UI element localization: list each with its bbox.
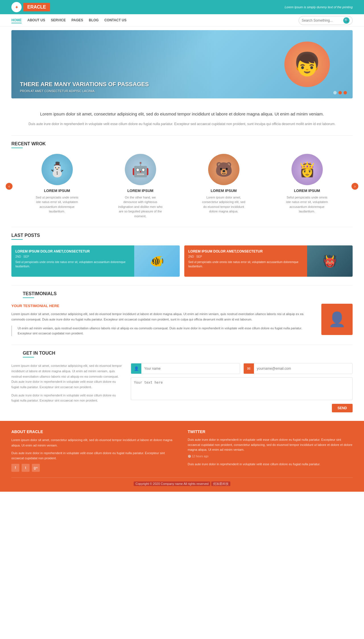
testimonial-avatar-icon: 👤	[328, 311, 346, 328]
footer-tweet-1: Duis aute irure dolor in reprehenderit i…	[188, 437, 353, 452]
testimonial-content: YOUR TESTIMONIAL HERE Lorem ipsum dolor …	[11, 304, 316, 336]
carousel-next-btn[interactable]: ›	[351, 183, 358, 190]
form-row-1: 👤 ✉	[131, 363, 353, 374]
footer-tweet-2: Duis aute irure dolor in reprehenderit i…	[188, 462, 353, 467]
footer-about-text2: Duis aute irure dolor in reprehenderit i…	[11, 450, 176, 461]
post-title-1: LOREM IPSUM DOLOR AMET,CONSECTETUR	[15, 249, 130, 253]
work-avatar-4: 👸	[291, 154, 323, 185]
testimonial-label: YOUR TESTIMONIAL HERE	[11, 304, 316, 308]
work-desc-4: Sefut perspiciatis unde omnis iste natus…	[284, 195, 330, 214]
touch-desc-1: Lorem ipsum dolor sit amet, consectetur …	[11, 363, 122, 390]
recent-work-carousel: ‹ ⛄ LOREM IPSUM Sed ut perspiciatis unde…	[0, 154, 364, 219]
work-name-3: LOREM IPSUM	[201, 189, 247, 193]
hero-dot-1[interactable]	[333, 91, 337, 94]
logo-area: ✦ ERACLE	[11, 2, 50, 12]
touch-desc-2: Duis aute irure dolor in reprehenderit i…	[11, 393, 122, 403]
post-title-2: LOREM IPSUM DOLOR AMET,CONSECTETUR	[188, 249, 303, 253]
nav-search: 🔍	[299, 16, 353, 25]
work-item-2: 🤖 LOREM IPSUM On the other hand, we deno…	[118, 154, 163, 219]
touch-form: 👤 ✉ SEND	[131, 363, 353, 412]
search-input[interactable]	[302, 18, 342, 22]
hero-dot-2[interactable]	[338, 91, 342, 94]
work-avatar-icon-1: ⛄	[48, 161, 66, 178]
nav-service[interactable]: SERVICE	[51, 18, 66, 23]
post-card-1[interactable]: LOREM IPSUM DOLOR AMET,CONSECTETUR 2ND S…	[11, 245, 180, 277]
post-image-icon-1: 🐠	[150, 255, 164, 268]
work-name-2: LOREM IPSUM	[118, 189, 163, 193]
hero-dots	[333, 91, 347, 94]
work-avatar-icon-2: 🤖	[132, 161, 149, 178]
work-desc-1: Sed ut perspiciatis unde omnis iste natu…	[34, 195, 80, 214]
hero-character: 👦	[279, 33, 336, 96]
recent-work-title: RECENT WROK	[0, 138, 364, 148]
message-textarea[interactable]	[131, 377, 353, 400]
footer-about-text1: Lorem ipsum dolor sit amet, consectetur …	[11, 437, 176, 448]
email-input-wrap: ✉	[243, 363, 353, 374]
testimonial-avatar: 👤	[321, 304, 353, 335]
tweet-time-text: 12 hours ago	[192, 455, 208, 458]
name-icon: 👤	[131, 363, 141, 374]
last-posts-section: LAST POSTS LOREM IPSUM DOLOR AMET,CONSEC…	[0, 227, 364, 285]
testimonials-inner: YOUR TESTIMONIAL HERE Lorem ipsum dolor …	[11, 304, 353, 336]
name-input[interactable]	[141, 363, 240, 374]
work-items: ⛄ LOREM IPSUM Sed ut perspiciatis unde o…	[13, 154, 351, 219]
work-name-1: LOREM IPSUM	[34, 189, 80, 193]
email-input[interactable]	[254, 363, 352, 374]
post-card-2[interactable]: LOREM IPSUM DOLOR AMET,CONSECTETUR 2ND S…	[184, 245, 353, 277]
post-content-1: LOREM IPSUM DOLOR AMET,CONSECTETUR 2ND S…	[11, 245, 134, 277]
character-emoji: 👦	[293, 51, 321, 78]
nav-home[interactable]: HOME	[11, 18, 22, 23]
work-avatar-icon-4: 👸	[298, 161, 316, 178]
touch-description: Lorem ipsum dolor sit amet, consectetur …	[11, 363, 122, 412]
logo-icon: ✦	[11, 2, 22, 12]
testimonials-section: TESTIMONIALS YOUR TESTIMONIAL HERE Lorem…	[0, 286, 364, 345]
carousel-prev-btn[interactable]: ‹	[6, 183, 13, 190]
footer-about-title: ABOUT ERACLE	[11, 429, 176, 434]
intro-sub: Duis aute irure dolor in reprehenderit i…	[23, 121, 341, 127]
hero-banner: THERE ARE MANY VARIATIONS OF PASSAGES PR…	[11, 30, 353, 98]
social-gplus[interactable]: g+	[32, 464, 40, 472]
testimonial-main-text: Lorem ipsum dolor sit amet, consectetur …	[11, 311, 316, 322]
post-content-2: LOREM IPSUM DOLOR AMET,CONSECTETUR 2ND S…	[184, 245, 307, 277]
work-avatar-icon-3: 🐻	[215, 161, 233, 178]
copyright-text: Copyright © 2020 Company name All rights…	[134, 481, 210, 486]
footer-tweet-1-time: 🕐 12 hours ago	[188, 455, 353, 458]
hero-character-visual: 👦	[284, 42, 330, 87]
nav-pages[interactable]: PAGES	[71, 18, 83, 23]
clock-icon: 🕐	[188, 455, 191, 458]
hero-subtitle: PROIN AT AMET CONSECTETUR ADIPISC LACINI…	[20, 89, 149, 93]
get-in-touch-section: GET IN TOUCH Lorem ipsum dolor sit amet,…	[0, 345, 364, 421]
social-facebook[interactable]: f	[11, 464, 19, 472]
logo-text[interactable]: ERACLE	[23, 3, 50, 11]
recent-work-section: RECENT WROK ‹ ⛄ LOREM IPSUM Sed ut persp…	[0, 136, 364, 227]
email-icon: ✉	[244, 363, 254, 374]
search-button[interactable]: 🔍	[343, 17, 349, 24]
nav-links: HOME ABOUT US SERVICE PAGES BLOG CONTACT…	[11, 18, 127, 23]
work-item-1: ⛄ LOREM IPSUM Sed ut perspiciatis unde o…	[34, 154, 80, 219]
post-date-1: 2ND SEP	[15, 255, 130, 258]
nav-contact[interactable]: CONTACT US	[104, 18, 127, 23]
post-image-2: 👹	[307, 245, 353, 277]
nav-blog[interactable]: BLOG	[89, 18, 99, 23]
testimonial-quote: Ut enim ad minim veniam, quis nostrud ex…	[11, 326, 316, 336]
footer-twitter: TWITTER Duis aute irure dolor in reprehe…	[188, 429, 353, 472]
name-input-wrap: 👤	[131, 363, 240, 374]
logo-symbol: ✦	[15, 5, 18, 10]
footer: ABOUT ERACLE Lorem ipsum dolor sit amet,…	[0, 421, 364, 492]
hero-title: THERE ARE MANY VARIATIONS OF PASSAGES	[20, 81, 149, 88]
footer-top: ABOUT ERACLE Lorem ipsum dolor sit amet,…	[11, 429, 353, 472]
social-twitter[interactable]: t	[22, 464, 30, 472]
work-item-3: 🐻 LOREM IPSUM Lorem ipsum dolor amet, co…	[201, 154, 247, 219]
intro-main: Lorem ipsum dolor sit amet, consectetur …	[23, 110, 341, 118]
work-avatar-1: ⛄	[42, 154, 73, 185]
send-button[interactable]: SEND	[332, 404, 353, 412]
get-in-touch-inner: Lorem ipsum dolor sit amet, consectetur …	[11, 363, 353, 412]
work-avatar-2: 🤖	[125, 154, 156, 185]
post-date-2: 2ND SEP	[188, 255, 303, 258]
footer-social: f t g+	[11, 464, 176, 472]
nav-about[interactable]: ABOUT US	[27, 18, 45, 23]
hero-dot-3[interactable]	[344, 91, 347, 94]
testimonials-title: TESTIMONIALS	[11, 288, 353, 298]
hero-text: THERE ARE MANY VARIATIONS OF PASSAGES PR…	[20, 81, 149, 93]
tagline: Lorem Ipsum is simply dummy text of the …	[285, 5, 353, 9]
